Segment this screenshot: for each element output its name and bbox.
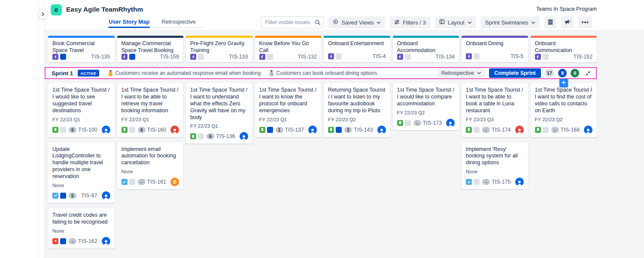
- epic-card[interactable]: Onboard Dining TIS-5: [462, 36, 528, 62]
- collapse-sprint-icon[interactable]: [583, 68, 592, 78]
- issue-type-icon: [52, 127, 58, 133]
- estimate-badge: -: [482, 179, 490, 185]
- card-title: 1st Time Space Tourist / I would like to…: [397, 87, 455, 108]
- assignee-avatar[interactable]: [170, 126, 179, 134]
- issue-key[interactable]: TIS-174: [492, 127, 510, 133]
- card-title: 1st Time Space Tourist / I would like to…: [52, 87, 110, 114]
- filters-button[interactable]: Filters / 3: [390, 16, 430, 28]
- card-schedule-label: FY 22/23 Q1: [52, 117, 110, 122]
- complete-sprint-button[interactable]: Complete Sprint: [489, 68, 541, 78]
- issue-key[interactable]: TIS-160: [147, 127, 166, 133]
- issue-key[interactable]: TIS-175: [492, 179, 510, 185]
- assignee-avatar[interactable]: [102, 126, 110, 134]
- epic-card[interactable]: Know Before You Go Call TIS-132: [255, 36, 322, 62]
- story-card-selected[interactable]: ⋮ 1st Time Space Tourist / I want to fin…: [531, 83, 597, 137]
- issue-key[interactable]: TIS-161: [147, 179, 166, 185]
- story-card[interactable]: 1st Time Space Tourist / I would like to…: [48, 83, 115, 137]
- card-title: 1st Time Space Tourist / I want to be ab…: [122, 87, 179, 114]
- assignee-avatar[interactable]: [240, 132, 248, 141]
- assignee-avatar[interactable]: D: [170, 178, 179, 186]
- saved-views-button[interactable]: Saved Views: [328, 16, 385, 28]
- epic-card[interactable]: Manage Commercial Space Travel Booking T…: [117, 36, 184, 62]
- assignee-avatar[interactable]: [446, 119, 455, 127]
- story-card[interactable]: Travel credit codes are failing to be re…: [48, 208, 115, 249]
- epic-card[interactable]: Onboard Accommodation TIS-134: [393, 36, 459, 62]
- assignee-avatar[interactable]: [515, 178, 524, 186]
- issue-key[interactable]: TIS-134: [436, 54, 455, 60]
- card-schedule-label: FY 22/23 Q1: [122, 117, 179, 122]
- issue-key[interactable]: TIS-136: [216, 133, 235, 139]
- issue-key[interactable]: TIS-152: [574, 54, 592, 60]
- issue-key[interactable]: TIS-162: [78, 238, 97, 244]
- status-indicator: [474, 53, 480, 59]
- card-menu-icon[interactable]: ⋮: [589, 86, 594, 91]
- card-title: 1st Time Space Tourist / I want to under…: [190, 87, 248, 121]
- story-column: ⋮ 1st Time Space Tourist / I want to fin…: [531, 83, 597, 137]
- collapsed-sidebar: [39, 0, 45, 258]
- issue-key[interactable]: TIS-5: [510, 53, 524, 59]
- collapse-swimlanes-button[interactable]: [544, 16, 556, 28]
- sidebar-expand-button[interactable]: [38, 9, 48, 19]
- story-card[interactable]: 1st Time Space Tourist / I would like to…: [393, 83, 459, 130]
- story-card[interactable]: Implement 'Resy' booking system for all …: [462, 142, 528, 190]
- issue-key[interactable]: TIS-135: [91, 54, 110, 60]
- story-column: 1st Time Space Tourist / I want to under…: [186, 83, 252, 144]
- epic-card[interactable]: Onboard Entertainment TIS-4: [324, 36, 390, 62]
- epic-type-icon: [259, 54, 265, 60]
- issue-key[interactable]: TIS-159: [160, 54, 179, 60]
- issue-key[interactable]: TIS-97: [81, 193, 97, 199]
- epic-card[interactable]: Book Commercial Space Travel TIS-135: [48, 36, 115, 62]
- issue-key[interactable]: TIS-168: [561, 127, 580, 133]
- more-options-button[interactable]: •••: [578, 16, 592, 28]
- epic-type-icon: [328, 53, 334, 59]
- story-card[interactable]: 1st Time Space Tourist / I want to know …: [255, 83, 322, 137]
- swimlanes-label: Sprint Swimlanes: [485, 19, 528, 26]
- story-card[interactable]: Update LodgingController to handle multi…: [48, 142, 115, 203]
- assignee-avatar[interactable]: [584, 126, 592, 134]
- estimate-badge: -: [482, 127, 490, 133]
- story-card[interactable]: 1st Time Space Tourist / I want to be ab…: [462, 83, 528, 137]
- story-card[interactable]: Implement email automation for booking c…: [117, 142, 184, 190]
- issue-key[interactable]: TIS-173: [423, 120, 442, 126]
- status-indicator: [405, 120, 411, 126]
- retrospective-dropdown[interactable]: Retrospective: [437, 68, 485, 78]
- assignee-avatar[interactable]: [377, 126, 386, 134]
- issue-key[interactable]: TIS-137: [285, 127, 304, 133]
- issue-filter-search[interactable]: [261, 16, 324, 28]
- issue-key[interactable]: TIS-132: [298, 54, 317, 60]
- issue-type-icon: [52, 193, 58, 199]
- story-column: 1st Time Space Tourist / I want to be ab…: [462, 83, 528, 189]
- retrospective-label: Retrospective: [441, 70, 474, 76]
- status-indicator: [543, 54, 549, 60]
- story-card[interactable]: Returning Space Tourist / I want to list…: [324, 83, 390, 137]
- assignee-avatar[interactable]: [515, 126, 524, 134]
- issue-key[interactable]: TIS-133: [229, 54, 248, 60]
- assignee-avatar[interactable]: [308, 126, 317, 134]
- stacked-rows-icon: [547, 19, 553, 26]
- swimlanes-button[interactable]: Sprint Swimlanes: [481, 16, 540, 28]
- status-indicator: [60, 54, 66, 60]
- announcement-button[interactable]: [561, 16, 574, 28]
- sprint-goal: Customers can book onboard dining option…: [269, 70, 377, 76]
- add-issue-button[interactable]: [559, 79, 568, 87]
- sprint-swimlane-header[interactable]: Sprint 1 ACTIVE Customers receive an aut…: [45, 67, 597, 79]
- tab-user-story-map[interactable]: User Story Map: [108, 18, 150, 27]
- issue-key[interactable]: TIS-143: [354, 127, 373, 133]
- story-map-board: Book Commercial Space Travel TIS-135 Man…: [45, 30, 644, 258]
- tab-retrospective[interactable]: Retrospective: [161, 18, 196, 27]
- story-card[interactable]: 1st Time Space Tourist / I want to be ab…: [117, 83, 184, 137]
- estimate-badge: -: [138, 179, 146, 185]
- story-card[interactable]: 1st Time Space Tourist / I want to under…: [186, 83, 252, 144]
- status-indicator: [267, 127, 273, 133]
- issue-key[interactable]: TIS-4: [373, 53, 386, 59]
- issue-key[interactable]: TIS-100: [78, 127, 97, 133]
- layout-button[interactable]: Layout: [435, 16, 476, 28]
- estimate-badge: 5: [69, 193, 76, 199]
- status-indicator: [474, 127, 480, 133]
- search-icon: [315, 19, 321, 27]
- filter-icon: [394, 19, 400, 26]
- epic-card[interactable]: Onboard Communication TIS-152: [531, 36, 597, 62]
- epic-card[interactable]: Pre-Flight Zero Gravity Training TIS-133: [186, 36, 252, 62]
- assignee-avatar[interactable]: [102, 237, 110, 246]
- assignee-avatar[interactable]: [102, 191, 110, 200]
